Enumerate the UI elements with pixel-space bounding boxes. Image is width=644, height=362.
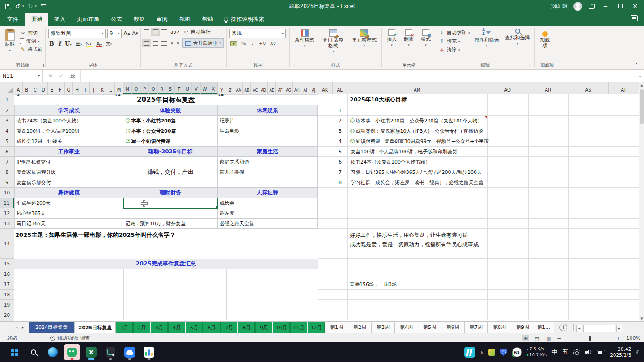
network-speed[interactable]: 7.5 K/s 10.7 K/s	[527, 346, 547, 358]
motto-cell[interactable]: 好好工作，快乐生活，用心复盘，让生命有迹可循 成功既是爱，爱是一切原动力，祝福所…	[350, 231, 479, 249]
format-painter-button[interactable]: ✎格式刷	[20, 46, 42, 53]
cell[interactable]: ☺写一个知识付费课	[123, 136, 218, 147]
column-header-selected[interactable]: T	[175, 82, 183, 94]
hscroll-right-icon[interactable]: ▶	[616, 325, 622, 332]
sheet-tab-month[interactable]: 4月	[168, 322, 185, 333]
column-header[interactable]: AK	[318, 82, 333, 94]
column-header-selected[interactable]: X	[209, 82, 218, 94]
column-header[interactable]: AJ	[309, 82, 318, 94]
sheet-tab-month[interactable]: 5月	[186, 322, 203, 333]
cell[interactable]: 1	[333, 105, 347, 116]
cell[interactable]: 复盘100讲+个人品牌100讲，电子版和印刷验货	[350, 147, 457, 157]
delete-cells-button[interactable]: × 删除 ▾	[402, 29, 416, 62]
menu-tab[interactable]: 插入	[48, 13, 71, 26]
hscroll-track[interactable]	[583, 325, 615, 332]
column-header[interactable]: A	[14, 82, 23, 94]
sheet-tab-2024[interactable]: 2024目标复盘	[29, 322, 75, 333]
cell[interactable]: 人际社群	[218, 188, 318, 198]
row-header[interactable]: 14	[0, 229, 14, 259]
select-all-corner[interactable]	[0, 82, 14, 94]
cell[interactable]: 家庭生活	[218, 147, 318, 157]
addins-button[interactable]: 加载项	[538, 29, 553, 62]
summary-header-cell[interactable]: 2025完成事件复盘汇总	[14, 259, 318, 269]
scrollbar-thumb[interactable]	[640, 89, 644, 124]
snipping-tool-button[interactable]	[102, 344, 119, 360]
scroll-up-icon[interactable]: ▲	[639, 82, 644, 88]
font-color-button[interactable]: A▾	[96, 41, 102, 46]
column-header-selected[interactable]: O	[132, 82, 140, 94]
zoom-slider-thumb[interactable]	[589, 336, 591, 341]
merged-goal-cell[interactable]: 赚钱，交付，产出	[123, 157, 218, 188]
tray-app-icon[interactable]	[464, 347, 475, 358]
cell[interactable]: 4	[333, 136, 347, 147]
align-top-icon[interactable]	[144, 29, 149, 34]
tray-expand-icon[interactable]: ∧	[480, 350, 483, 355]
cell[interactable]: 聪聪-2025年目标	[123, 147, 218, 157]
orientation-icon[interactable]: ab↗	[170, 29, 180, 34]
row-header[interactable]: 6	[0, 147, 14, 157]
column-header[interactable]: H	[73, 82, 81, 94]
zoom-in-icon[interactable]: +	[616, 335, 620, 341]
save-icon[interactable]	[5, 4, 11, 9]
menu-tab[interactable]: 页面布局	[71, 13, 105, 26]
currency-icon[interactable]: ¥	[230, 41, 237, 46]
accessibility-status[interactable]: 辅助功能: 调查	[50, 335, 90, 341]
sheet-tab-month[interactable]: 8月	[238, 322, 255, 333]
redo-dropdown-icon[interactable]: ▾	[35, 4, 37, 8]
fill-color-button[interactable]: ◺▾	[86, 41, 92, 46]
menu-tab[interactable]: 开始	[25, 13, 48, 26]
menu-tab[interactable]: 公式	[105, 13, 128, 26]
column-header-selected[interactable]: R	[158, 82, 166, 94]
insert-cells-button[interactable]: ＋ 插入 ▾	[385, 29, 399, 62]
zoom-slider[interactable]	[564, 338, 613, 338]
column-header[interactable]: AF	[276, 82, 284, 94]
cell[interactable]: 身体健康	[14, 188, 123, 198]
cell[interactable]: 习惯：日记365天/抄心经365天/七点早起200天/散步100天	[350, 167, 482, 177]
column-header-selected[interactable]: U	[183, 82, 192, 94]
column-header[interactable]: AB	[243, 82, 251, 94]
align-bottom-icon[interactable]	[161, 29, 167, 34]
avatar[interactable]	[573, 2, 582, 11]
cell[interactable]: ☺知识付费课=复盘创富30讲卖99元，视频号+公众号+小宇宙	[350, 136, 489, 147]
row-header[interactable]: 17	[0, 279, 14, 290]
formula-input[interactable]	[80, 70, 636, 82]
sheet-tab-week[interactable]: 第8周	[488, 322, 511, 333]
cell[interactable]: 复盘100讲，个人品牌100讲	[14, 126, 123, 136]
wifi-icon[interactable]	[573, 349, 580, 355]
number-format-select[interactable]: 常规▾	[229, 29, 286, 38]
column-header-selected[interactable]: N	[123, 82, 132, 94]
column-header[interactable]: G	[65, 82, 73, 94]
cell[interactable]	[218, 136, 318, 147]
user-name[interactable]: 茂聪 胡	[550, 3, 567, 10]
column-header[interactable]: AC	[251, 82, 259, 94]
tab-splitter[interactable]	[572, 324, 574, 331]
cell[interactable]: 理财财务	[123, 188, 218, 198]
sheet-tab-month[interactable]: 3月	[151, 322, 168, 333]
merge-center-button[interactable]: 合并后居中▾	[182, 38, 224, 48]
find-select-button[interactable]: 查找和选择 ▾	[504, 29, 532, 62]
cancel-entry-icon[interactable]: ✕	[48, 73, 53, 79]
sheet-tab-month[interactable]: 9月	[255, 322, 272, 333]
excel-taskbar-button[interactable]: X	[83, 344, 99, 360]
hscroll-left-icon[interactable]: ◀	[576, 325, 582, 332]
column-header-selected[interactable]: Q	[149, 82, 157, 94]
column-header-selected[interactable]: W	[201, 82, 209, 94]
undo-icon[interactable]: ↺	[15, 4, 20, 9]
scroll-down-icon[interactable]: ▼	[639, 316, 644, 321]
clipboard-dialog-launcher-icon[interactable]	[41, 64, 44, 67]
sheet-tab-week[interactable]: 第6周	[441, 322, 465, 333]
sheet-tab-month[interactable]: 6月	[203, 322, 220, 333]
column-header[interactable]: AM	[347, 82, 487, 94]
battery-icon[interactable]	[597, 350, 605, 354]
row-header[interactable]: 15	[0, 259, 14, 269]
sheet-tab-week[interactable]: 第2周	[348, 322, 372, 333]
cell[interactable]: 必经之路天空营	[218, 219, 318, 229]
cut-button[interactable]: ✂剪切	[20, 30, 42, 37]
minimize-button[interactable]: ─	[601, 3, 610, 10]
wechat-button[interactable]	[64, 344, 80, 360]
cell[interactable]: ☺本事：公众号200篇	[123, 126, 218, 136]
column-header[interactable]: AR	[528, 82, 568, 94]
row-header[interactable]: 1	[0, 94, 14, 105]
cell[interactable]: 读书24本（读复盘100个人物书籍）	[350, 157, 430, 167]
cell[interactable]: 抄心经365天	[14, 208, 123, 219]
